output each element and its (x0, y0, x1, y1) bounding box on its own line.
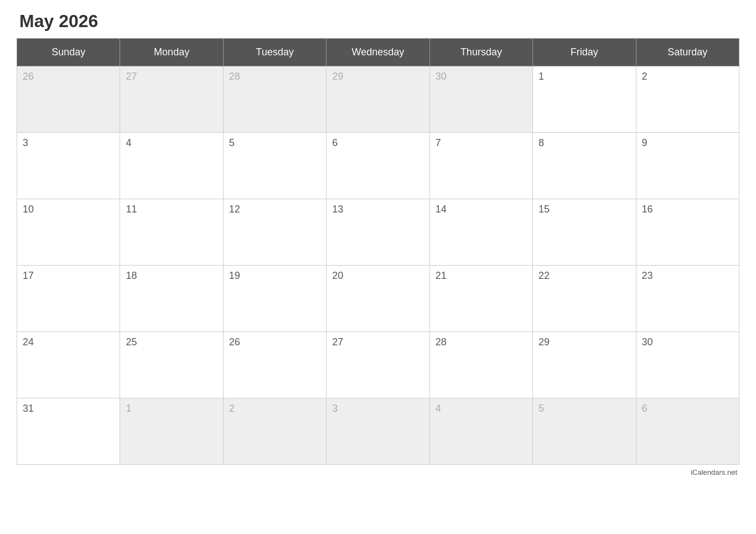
calendar-day-cell[interactable]: 10 (17, 199, 120, 266)
calendar-day-cell[interactable]: 6 (327, 133, 429, 199)
day-number: 12 (229, 204, 240, 215)
day-number: 28 (229, 71, 240, 82)
column-header-thursday: Thursday (429, 39, 532, 66)
calendar-day-cell[interactable]: 3 (17, 133, 120, 199)
day-number: 25 (126, 336, 137, 348)
calendar-day-cell[interactable]: 6 (636, 398, 739, 465)
calendar-table: SundayMondayTuesdayWednesdayThursdayFrid… (17, 38, 739, 465)
page-title: May 2026 (17, 11, 739, 32)
day-number: 7 (436, 137, 441, 148)
calendar-day-cell[interactable]: 29 (533, 332, 636, 398)
calendar-week-row: 17181920212223 (17, 266, 739, 332)
calendar-day-cell[interactable]: 15 (533, 199, 636, 266)
calendar-day-cell[interactable]: 30 (636, 332, 739, 398)
day-number: 5 (229, 137, 235, 148)
calendar-day-cell[interactable]: 30 (429, 66, 532, 133)
day-number: 19 (229, 270, 240, 281)
calendar-day-cell[interactable]: 19 (223, 266, 326, 332)
calendar-day-cell[interactable]: 17 (17, 266, 120, 332)
day-number: 10 (23, 204, 34, 215)
day-number: 29 (538, 336, 550, 348)
calendar-day-cell[interactable]: 26 (17, 66, 120, 133)
day-number: 3 (23, 137, 28, 148)
day-number: 6 (332, 137, 338, 148)
column-header-tuesday: Tuesday (223, 39, 326, 66)
day-number: 1 (538, 71, 544, 82)
calendar-day-cell[interactable]: 23 (636, 266, 739, 332)
day-number: 2 (642, 71, 648, 82)
calendar-day-cell[interactable]: 14 (429, 199, 532, 266)
column-header-wednesday: Wednesday (327, 39, 429, 66)
day-number: 31 (23, 403, 34, 414)
calendar-day-cell[interactable]: 4 (120, 133, 223, 199)
calendar-day-cell[interactable]: 27 (120, 66, 223, 133)
day-number: 23 (642, 270, 653, 281)
calendar-day-cell[interactable]: 8 (533, 133, 636, 199)
calendar-day-cell[interactable]: 2 (636, 66, 739, 133)
calendar-week-row: 10111213141516 (17, 199, 739, 266)
calendar-day-cell[interactable]: 24 (17, 332, 120, 398)
day-number: 4 (436, 403, 441, 414)
day-number: 13 (332, 204, 343, 215)
footer-credit: iCalendars.net (17, 468, 739, 476)
calendar-day-cell[interactable]: 5 (223, 133, 326, 199)
calendar-day-cell[interactable]: 12 (223, 199, 326, 266)
day-number: 27 (126, 71, 137, 82)
column-header-sunday: Sunday (17, 39, 120, 66)
calendar-week-row: 3456789 (17, 133, 739, 199)
column-header-monday: Monday (120, 39, 223, 66)
calendar-day-cell[interactable]: 22 (533, 266, 636, 332)
day-number: 21 (436, 270, 447, 281)
day-number: 3 (332, 403, 338, 414)
calendar-day-cell[interactable]: 20 (327, 266, 429, 332)
day-number: 11 (126, 204, 137, 215)
calendar-day-cell[interactable]: 2 (223, 398, 326, 465)
column-header-friday: Friday (533, 39, 636, 66)
day-number: 24 (23, 336, 34, 348)
day-number: 6 (642, 403, 648, 414)
calendar-day-cell[interactable]: 26 (223, 332, 326, 398)
calendar-day-cell[interactable]: 13 (327, 199, 429, 266)
day-number: 4 (126, 137, 131, 148)
column-header-saturday: Saturday (636, 39, 739, 66)
calendar-day-cell[interactable]: 5 (533, 398, 636, 465)
day-number: 29 (332, 71, 343, 82)
day-number: 1 (126, 403, 131, 414)
calendar-day-cell[interactable]: 25 (120, 332, 223, 398)
calendar-day-cell[interactable]: 9 (636, 133, 739, 199)
day-number: 20 (332, 270, 343, 281)
calendar-day-cell[interactable]: 28 (429, 332, 532, 398)
calendar-day-cell[interactable]: 3 (327, 398, 429, 465)
day-number: 8 (538, 137, 544, 148)
day-number: 17 (23, 270, 34, 281)
day-number: 30 (436, 71, 447, 82)
day-number: 15 (538, 204, 550, 215)
calendar-day-cell[interactable]: 1 (120, 398, 223, 465)
calendar-day-cell[interactable]: 29 (327, 66, 429, 133)
day-number: 27 (332, 336, 343, 348)
calendar-day-cell[interactable]: 4 (429, 398, 532, 465)
day-number: 18 (126, 270, 137, 281)
day-number: 22 (538, 270, 550, 281)
day-number: 16 (642, 204, 653, 215)
calendar-day-cell[interactable]: 31 (17, 398, 120, 465)
calendar-week-row: 262728293012 (17, 66, 739, 133)
day-number: 14 (436, 204, 447, 215)
calendar-day-cell[interactable]: 21 (429, 266, 532, 332)
day-number: 28 (436, 336, 447, 348)
calendar-day-cell[interactable]: 7 (429, 133, 532, 199)
calendar-week-row: 24252627282930 (17, 332, 739, 398)
day-number: 30 (642, 336, 653, 348)
calendar-day-cell[interactable]: 11 (120, 199, 223, 266)
calendar-day-cell[interactable]: 18 (120, 266, 223, 332)
calendar-day-cell[interactable]: 28 (223, 66, 326, 133)
day-number: 26 (23, 71, 34, 82)
calendar-day-cell[interactable]: 16 (636, 199, 739, 266)
calendar-week-row: 31123456 (17, 398, 739, 465)
day-number: 2 (229, 403, 235, 414)
day-number: 26 (229, 336, 240, 348)
day-number: 9 (642, 137, 648, 148)
calendar-day-cell[interactable]: 1 (533, 66, 636, 133)
day-number: 5 (538, 403, 544, 414)
calendar-day-cell[interactable]: 27 (327, 332, 429, 398)
